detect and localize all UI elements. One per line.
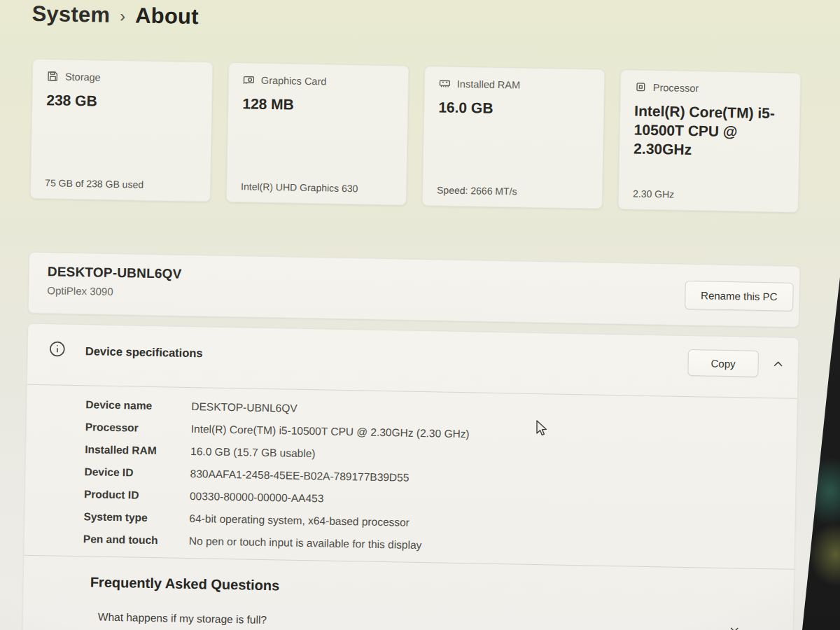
spec-label: System type	[83, 510, 189, 525]
faq-question-label: What happens if my storage is full?	[98, 611, 267, 626]
divider	[24, 555, 794, 570]
spec-value: 00330-80000-00000-AA453	[190, 490, 324, 505]
rename-pc-button[interactable]: Rename this PC	[685, 281, 794, 312]
spec-value: Intel(R) Core(TM) i5-10500T CPU @ 2.30GH…	[191, 423, 470, 440]
card-caption: Speed: 2666 MT/s	[437, 184, 588, 198]
device-specifications-expander[interactable]: Device specifications Copy	[27, 324, 798, 398]
card-label: Graphics Card	[261, 74, 327, 87]
faq-title: Frequently Asked Questions	[90, 574, 280, 594]
copy-button[interactable]: Copy	[687, 349, 759, 377]
settings-about-page: System › About Storage 238 GB 75 GB of 2…	[0, 0, 840, 630]
breadcrumb-system-link[interactable]: System	[31, 1, 110, 28]
spec-label: Pen and touch	[83, 533, 189, 547]
page-content: System › About Storage 238 GB 75 GB of 2…	[0, 0, 840, 630]
spec-value: No pen or touch input is available for t…	[189, 535, 422, 552]
breadcrumb: System › About	[31, 1, 199, 29]
installed-ram-card: Installed RAM 16.0 GB Speed: 2666 MT/s	[422, 66, 606, 209]
card-label: Installed RAM	[457, 78, 521, 90]
spec-label: Device ID	[84, 465, 190, 480]
card-label: Processor	[653, 82, 699, 94]
spec-value: 830AAFA1-2458-45EE-B02A-789177B39D55	[190, 468, 409, 484]
graphics-card-card: Graphics Card 128 MB Intel(R) UHD Graphi…	[226, 62, 410, 206]
card-value: Intel(R) Core(TM) i5-10500T CPU @ 2.30GH…	[634, 102, 785, 162]
card-value: 128 MB	[242, 94, 393, 116]
gpu-icon	[243, 74, 255, 85]
summary-cards: Storage 238 GB 75 GB of 238 GB used Grap…	[30, 59, 801, 213]
info-icon	[49, 340, 66, 357]
card-value: 238 GB	[46, 91, 197, 113]
card-value: 16.0 GB	[438, 98, 589, 120]
storage-card: Storage 238 GB 75 GB of 238 GB used	[30, 59, 214, 202]
spec-value: 16.0 GB (15.7 GB usable)	[190, 445, 316, 460]
processor-card: Processor Intel(R) Core(TM) i5-10500T CP…	[618, 69, 802, 213]
page-title: About	[135, 3, 199, 29]
device-name-panel: DESKTOP-UBNL6QV OptiPlex 3090 Rename thi…	[28, 252, 800, 328]
spec-label: Installed RAM	[85, 443, 190, 458]
card-caption: 2.30 GHz	[633, 188, 784, 202]
faq-question-storage-full[interactable]: What happens if my storage is full?	[97, 611, 783, 630]
breadcrumb-separator-icon: ›	[120, 5, 126, 26]
device-name: DESKTOP-UBNL6QV	[48, 264, 182, 282]
spec-rows: Device name DESKTOP-UBNL6QV Processor In…	[83, 393, 470, 557]
processor-icon	[635, 81, 647, 93]
spec-label: Product ID	[84, 488, 190, 503]
card-label: Storage	[65, 71, 101, 83]
ram-icon	[439, 77, 451, 89]
chevron-down-icon[interactable]	[729, 624, 740, 630]
spec-value: DESKTOP-UBNL6QV	[191, 400, 298, 415]
device-specifications-title: Device specifications	[85, 344, 203, 360]
spec-value: 64-bit operating system, x64-based proce…	[189, 512, 410, 529]
device-specifications-panel: Device specifications Copy Device name D…	[22, 323, 799, 630]
chevron-up-icon[interactable]	[772, 358, 783, 370]
storage-icon	[47, 70, 59, 82]
spec-label: Device name	[85, 398, 191, 413]
card-caption: Intel(R) UHD Graphics 630	[241, 181, 392, 195]
card-caption: 75 GB of 238 GB used	[45, 177, 196, 191]
spec-label: Processor	[85, 421, 191, 435]
mouse-cursor	[533, 419, 550, 440]
device-model: OptiPlex 3090	[47, 284, 113, 298]
